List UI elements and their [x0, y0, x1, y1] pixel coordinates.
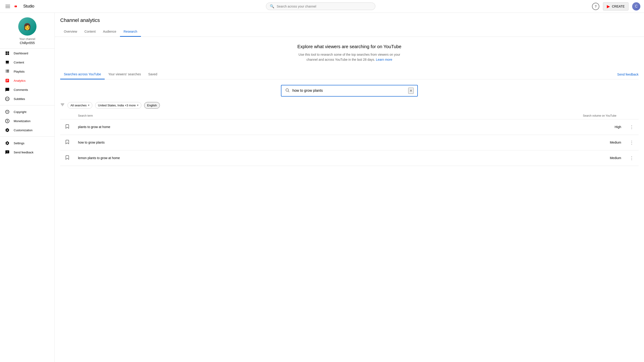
- header-center: 🔍: [49, 3, 592, 10]
- col-more-header: [625, 112, 638, 119]
- research-search-clear-button[interactable]: ×: [408, 88, 414, 94]
- send-feedback-link[interactable]: Send feedback: [617, 70, 638, 79]
- tab-audience[interactable]: Audience: [99, 27, 120, 37]
- tab-content[interactable]: Content: [81, 27, 99, 37]
- settings-icon: [4, 141, 10, 145]
- col-term-header: Search term: [74, 112, 579, 119]
- location-arrow: ▾: [137, 104, 138, 107]
- table-row: plants to grow at home High ⋮: [60, 119, 638, 135]
- search-icon: 🔍: [270, 4, 274, 9]
- all-searches-label: All searches: [70, 104, 87, 107]
- header: Studio 🔍 ? ▶ CREATE C: [0, 0, 644, 13]
- main-tabs: Overview Content Audience Research: [60, 27, 638, 37]
- filter-icon[interactable]: [60, 103, 65, 108]
- sidebar-item-monetization[interactable]: $ Monetization: [0, 116, 54, 126]
- row-2-more-button[interactable]: ⋮: [628, 139, 635, 146]
- results-table: Search term Search volume on YouTube: [60, 112, 638, 166]
- channel-info: 👩 Your channel Chillyn555: [0, 13, 54, 49]
- header-left: Studio: [4, 3, 49, 10]
- logo[interactable]: Studio: [14, 4, 34, 9]
- tab-overview[interactable]: Overview: [60, 27, 81, 37]
- sidebar-item-content[interactable]: Content: [0, 58, 54, 67]
- location-filter[interactable]: United States, India +3 more ▾: [95, 102, 142, 109]
- hamburger-menu[interactable]: [4, 3, 12, 10]
- col-action-header: [60, 112, 74, 119]
- table-row: how to grow plants Medium ⋮: [60, 135, 638, 150]
- research-search-box: ×: [281, 85, 418, 97]
- row-2-bookmark-button[interactable]: [64, 139, 71, 147]
- row-1-term: plants to grow at home: [74, 119, 579, 135]
- sidebar-item-content-label: Content: [14, 61, 24, 64]
- sidebar-item-copyright[interactable]: © Copyright: [0, 107, 54, 116]
- sidebar: 👩 Your channel Chillyn555 Dashboard Cont…: [0, 13, 55, 173]
- content-icon: [4, 60, 10, 65]
- research-hero-desc: Use this tool to research some of the to…: [60, 52, 638, 62]
- research-search-input[interactable]: [292, 89, 408, 93]
- global-search-input[interactable]: [276, 5, 372, 8]
- sidebar-item-monetization-label: Monetization: [14, 119, 30, 123]
- global-search-bar[interactable]: 🔍: [266, 3, 375, 10]
- row-1-more-button[interactable]: ⋮: [628, 123, 635, 131]
- table-row: lemon plants to grow at home Medium ⋮: [60, 150, 638, 166]
- language-filter[interactable]: English: [144, 102, 160, 109]
- customization-icon: [4, 128, 10, 132]
- all-searches-filter[interactable]: All searches ▾: [68, 102, 92, 109]
- sidebar-item-dashboard-label: Dashboard: [14, 52, 28, 55]
- sidebar-item-settings[interactable]: Settings: [0, 139, 54, 148]
- row-3-bookmark-cell: [60, 150, 74, 166]
- location-label: United States, India +3 more: [98, 104, 136, 107]
- learn-more-link[interactable]: Learn more: [376, 58, 392, 61]
- avatar[interactable]: C: [632, 2, 640, 11]
- research-hero: Explore what viewers are searching for o…: [60, 44, 638, 62]
- sub-tab-saved[interactable]: Saved: [144, 70, 161, 80]
- filters: All searches ▾ United States, India +3 m…: [60, 102, 638, 109]
- table-header: Search term Search volume on YouTube: [60, 112, 638, 119]
- sidebar-item-analytics-label: Analytics: [14, 79, 26, 82]
- nav-divider-2: [0, 137, 54, 137]
- row-1-volume: High: [579, 119, 625, 135]
- row-1-bookmark-button[interactable]: [64, 123, 71, 131]
- dashboard-icon: [4, 51, 10, 56]
- sidebar-item-subtitles[interactable]: CC Subtitles: [0, 94, 54, 103]
- copyright-icon: ©: [4, 110, 10, 114]
- research-search-container: ×: [281, 85, 418, 97]
- row-2-volume: Medium: [579, 135, 625, 150]
- col-volume-header: Search volume on YouTube: [579, 112, 625, 119]
- header-right: ? ▶ CREATE C: [592, 2, 640, 11]
- svg-line-9: [288, 91, 290, 92]
- help-button[interactable]: ?: [592, 3, 599, 10]
- svg-point-8: [286, 89, 288, 91]
- main-content: Channel analytics Overview Content Audie…: [55, 13, 644, 173]
- logo-text: Studio: [23, 4, 34, 9]
- subtitles-icon: CC: [4, 97, 10, 101]
- row-1-bookmark-cell: [60, 119, 74, 135]
- channel-avatar[interactable]: 👩: [18, 17, 36, 36]
- row-3-more-cell: ⋮: [625, 150, 638, 166]
- send-feedback-icon: [4, 150, 10, 155]
- sidebar-item-send-feedback[interactable]: Send feedback: [0, 148, 54, 157]
- row-2-term: how to grow plants: [74, 135, 579, 150]
- row-3-volume: Medium: [579, 150, 625, 166]
- analytics-icon: [4, 78, 10, 83]
- row-3-bookmark-button[interactable]: [64, 154, 71, 162]
- row-3-term: lemon plants to grow at home: [74, 150, 579, 166]
- sidebar-item-analytics[interactable]: Analytics: [0, 76, 54, 85]
- channel-label: Your channel: [20, 38, 35, 41]
- row-2-bookmark-cell: [60, 135, 74, 150]
- create-button[interactable]: ▶ CREATE: [603, 2, 628, 11]
- sidebar-item-customization[interactable]: Customization: [0, 126, 54, 135]
- sub-tab-searches-across-youtube[interactable]: Searches across YouTube: [60, 70, 105, 80]
- sidebar-item-subtitles-label: Subtitles: [14, 97, 25, 101]
- svg-text:CC: CC: [6, 98, 9, 100]
- sub-tabs: Searches across YouTube Your viewers' se…: [60, 70, 638, 80]
- sidebar-item-dashboard[interactable]: Dashboard: [0, 49, 54, 58]
- research-search-icon: [285, 88, 290, 94]
- sidebar-item-settings-label: Settings: [14, 142, 24, 145]
- sidebar-item-comments[interactable]: Comments: [0, 85, 54, 94]
- sidebar-item-playlists[interactable]: Playlists: [0, 67, 54, 76]
- sub-tab-viewers-searches[interactable]: Your viewers' searches: [105, 70, 144, 80]
- create-yt-icon: ▶: [607, 4, 610, 9]
- row-3-more-button[interactable]: ⋮: [628, 154, 635, 162]
- tab-research[interactable]: Research: [120, 27, 141, 37]
- research-hero-title: Explore what viewers are searching for o…: [60, 44, 638, 49]
